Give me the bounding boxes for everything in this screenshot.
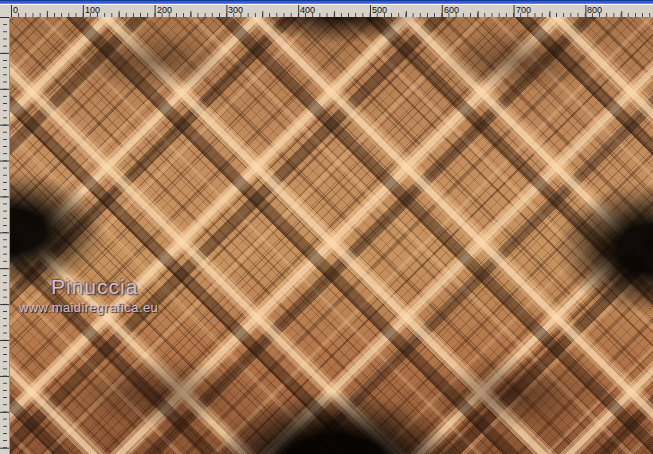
ruler-corner-box	[0, 4, 10, 17]
watermark-signature: Pinuccia	[51, 275, 138, 299]
horizontal-ruler-ticks	[11, 5, 653, 17]
image-canvas[interactable]: Pinuccia www.maidiregrafica.eu	[10, 17, 653, 454]
ruler-label-400: 400	[300, 5, 315, 16]
watermark-website: www.maidiregrafica.eu	[19, 300, 158, 315]
vertical-ruler[interactable]	[0, 17, 10, 454]
app-window: 0 100 200 300 400 500 600 700 800 Pinucc…	[0, 0, 653, 454]
ruler-label-500: 500	[372, 5, 387, 16]
ruler-label-600: 600	[444, 5, 459, 16]
ruler-label-200: 200	[157, 5, 172, 16]
ruler-label-800: 800	[587, 5, 602, 16]
ruler-label-100: 100	[85, 5, 100, 16]
vertical-ruler-ticks	[0, 17, 9, 454]
ruler-label-700: 700	[516, 5, 531, 16]
ruler-label-0: 0	[13, 5, 18, 16]
horizontal-ruler[interactable]: 0 100 200 300 400 500 600 700 800	[10, 4, 653, 17]
ruler-label-300: 300	[228, 5, 243, 16]
